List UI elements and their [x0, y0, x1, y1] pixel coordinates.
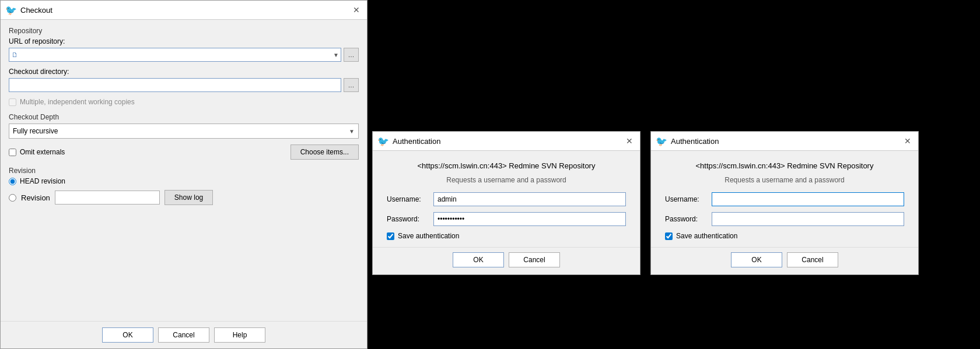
multiple-copies-row: Multiple, independent working copies — [9, 98, 359, 106]
auth2-title: Authentication — [671, 137, 902, 146]
auth2-body: <https://scm.lswin.cn:443> Redmine SVN R… — [651, 151, 918, 240]
auth2-username-input[interactable] — [712, 192, 904, 206]
auth2-subtitle: Requests a username and a password — [659, 176, 910, 184]
url-browse-button[interactable]: … — [344, 48, 359, 62]
auth2-footer: OK Cancel — [651, 247, 918, 274]
auth-dialog-2: 🐦 Authentication ✕ <https://scm.lswin.cn… — [650, 131, 919, 275]
checkout-body: Repository URL of repository: 🗋 https://… — [1, 20, 367, 219]
auth2-save-label: Save authentication — [676, 232, 737, 240]
url-page-icon: 🗋 — [12, 51, 18, 58]
omit-externals-label: Omit externals — [20, 148, 65, 156]
auth1-password-input[interactable] — [433, 212, 626, 226]
head-revision-radio[interactable] — [9, 178, 16, 185]
checkout-depth-section: Checkout Depth Fully recursive ▼ — [9, 113, 359, 139]
auth2-password-input[interactable] — [712, 212, 904, 226]
auth1-close-button[interactable]: ✕ — [624, 135, 635, 147]
auth1-footer: OK Cancel — [373, 247, 640, 274]
checkout-dir-input[interactable]: C:\devZone\Project One — [9, 78, 341, 92]
auth1-username-input[interactable]: admin — [433, 192, 626, 206]
checkout-dialog: 🐦 Checkout ✕ Repository URL of repositor… — [0, 0, 368, 349]
auth1-password-row: Password: — [381, 212, 632, 226]
auth1-titlebar: 🐦 Authentication ✕ — [373, 132, 640, 151]
checkout-dir-label: Checkout directory: — [9, 68, 359, 76]
omit-left: Omit externals — [9, 148, 65, 156]
auth2-password-label: Password: — [665, 215, 707, 223]
checkout-cancel-button[interactable]: Cancel — [158, 327, 209, 343]
url-input[interactable]: https://scm.lswin.cn/svn/project-one — [9, 48, 341, 62]
auth1-password-label: Password: — [387, 215, 429, 223]
omit-externals-checkbox[interactable] — [9, 149, 16, 156]
show-log-button[interactable]: Show log — [164, 190, 213, 205]
repository-section: Repository URL of repository: 🗋 https://… — [9, 27, 359, 106]
auth1-username-row: Username: admin — [381, 192, 632, 206]
revision-radio[interactable] — [9, 194, 16, 202]
auth2-cancel-button[interactable]: Cancel — [787, 252, 838, 267]
revision-row: Revision Show log — [9, 190, 359, 205]
checkout-dir-browse-button[interactable]: … — [344, 78, 359, 92]
url-input-row: 🗋 https://scm.lswin.cn/svn/project-one ▼… — [9, 48, 359, 62]
revision-section-label: Revision — [9, 167, 359, 175]
auth1-subtitle: Requests a username and a password — [381, 176, 632, 184]
auth1-icon: 🐦 — [377, 136, 389, 147]
checkout-footer: OK Cancel Help — [1, 321, 367, 348]
auth2-save-row: Save authentication — [659, 232, 910, 240]
auth2-titlebar: 🐦 Authentication ✕ — [651, 132, 918, 151]
auth2-save-checkbox[interactable] — [665, 232, 673, 240]
depth-dropdown[interactable]: Fully recursive ▼ — [9, 124, 359, 139]
url-input-wrapper: 🗋 https://scm.lswin.cn/svn/project-one ▼ — [9, 48, 341, 62]
repository-section-label: Repository — [9, 27, 359, 35]
checkout-help-button[interactable]: Help — [214, 327, 265, 343]
multiple-copies-checkbox[interactable] — [9, 98, 16, 106]
checkout-ok-button[interactable]: OK — [102, 327, 153, 343]
auth1-save-checkbox[interactable] — [387, 232, 394, 240]
multiple-copies-label: Multiple, independent working copies — [20, 98, 135, 106]
checkout-close-button[interactable]: ✕ — [351, 4, 362, 16]
url-field-label: URL of repository: — [9, 37, 359, 45]
revision-input[interactable] — [55, 191, 160, 205]
url-label-text: URL of repository: — [9, 37, 65, 45]
checkout-titlebar: 🐦 Checkout ✕ — [1, 1, 367, 20]
auth2-icon: 🐦 — [656, 136, 667, 147]
auth1-title: Authentication — [393, 137, 624, 146]
revision-section: Revision HEAD revision Revision Show log — [9, 167, 359, 205]
checkout-depth-label: Checkout Depth — [9, 113, 359, 121]
omit-row: Omit externals Choose items... — [9, 144, 359, 160]
auth1-save-row: Save authentication — [381, 232, 632, 240]
checkout-icon: 🐦 — [5, 5, 17, 16]
auth2-ok-button[interactable]: OK — [731, 252, 782, 267]
choose-items-button[interactable]: Choose items... — [290, 144, 359, 160]
auth1-save-label: Save authentication — [398, 232, 459, 240]
head-revision-label: HEAD revision — [20, 177, 65, 185]
auth1-header-text: <https://scm.lswin.cn:443> Redmine SVN R… — [381, 156, 632, 172]
checkout-title: Checkout — [20, 6, 351, 15]
auth2-close-button[interactable]: ✕ — [902, 135, 914, 147]
auth1-ok-button[interactable]: OK — [453, 252, 504, 267]
depth-value: Fully recursive — [13, 127, 58, 135]
auth2-username-label: Username: — [665, 195, 707, 203]
auth2-password-row: Password: — [659, 212, 910, 226]
auth1-body: <https://scm.lswin.cn:443> Redmine SVN R… — [373, 151, 640, 240]
auth-dialog-1: 🐦 Authentication ✕ <https://scm.lswin.cn… — [372, 131, 640, 275]
depth-row: Fully recursive ▼ — [9, 124, 359, 139]
auth1-username-label: Username: — [387, 195, 429, 203]
auth2-username-row: Username: — [659, 192, 910, 206]
depth-chevron-icon: ▼ — [349, 128, 355, 135]
revision-label: Revision — [21, 193, 50, 202]
checkout-dir-row: C:\devZone\Project One … — [9, 78, 359, 92]
head-revision-row: HEAD revision — [9, 177, 359, 185]
auth1-cancel-button[interactable]: Cancel — [509, 252, 560, 267]
auth2-header-text: <https://scm.lswin.cn:443> Redmine SVN R… — [659, 156, 910, 172]
